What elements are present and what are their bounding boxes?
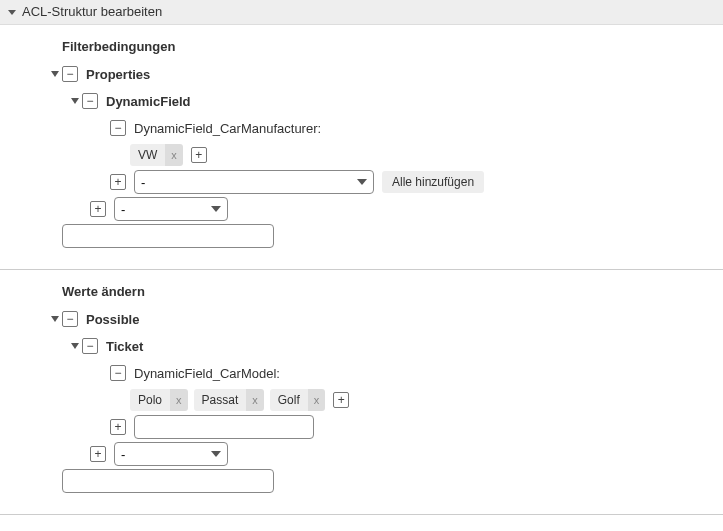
caret-down-icon xyxy=(70,343,80,349)
collapse-icon xyxy=(8,10,16,15)
group-select[interactable]: - xyxy=(114,197,228,221)
collapse-box-icon[interactable] xyxy=(62,311,78,327)
change-section-title: Werte ändern xyxy=(62,280,715,299)
tag-remove-button[interactable]: x xyxy=(308,389,326,411)
collapse-box-icon[interactable] xyxy=(62,66,78,82)
tag-remove-button[interactable]: x xyxy=(246,389,264,411)
node-label: Ticket xyxy=(106,339,143,354)
field-select[interactable]: - xyxy=(134,170,374,194)
collapse-box-icon[interactable] xyxy=(82,338,98,354)
tag: Golf x xyxy=(270,389,326,411)
tree-node-possible[interactable]: Possible xyxy=(8,307,715,331)
tag-remove-button[interactable]: x xyxy=(165,144,183,166)
add-all-button[interactable]: Alle hinzufügen xyxy=(382,171,484,193)
caret-down-icon xyxy=(70,98,80,104)
leaf-label: DynamicField_CarModel: xyxy=(134,366,280,381)
filter-section: Filterbedingungen Properties DynamicFiel… xyxy=(0,25,723,270)
svg-marker-3 xyxy=(71,343,79,349)
filter-text-row xyxy=(8,224,715,248)
filter-text-input[interactable] xyxy=(62,224,274,248)
add-tag-button[interactable] xyxy=(191,147,207,163)
add-box-icon[interactable] xyxy=(110,174,126,190)
group-select[interactable]: - xyxy=(114,442,228,466)
svg-marker-2 xyxy=(51,316,59,322)
tag-row-model: Polo x Passat x Golf x xyxy=(8,388,715,412)
add-value-row xyxy=(8,415,715,439)
change-section: Werte ändern Possible Ticket DynamicFiel… xyxy=(0,270,723,515)
add-box-icon[interactable] xyxy=(110,419,126,435)
tag-remove-button[interactable]: x xyxy=(170,389,188,411)
add-tag-button[interactable] xyxy=(333,392,349,408)
tree-node-ticket[interactable]: Ticket xyxy=(8,334,715,358)
panel-title: ACL-Struktur bearbeiten xyxy=(22,0,162,24)
panel-header[interactable]: ACL-Struktur bearbeiten xyxy=(0,0,723,25)
tag: Polo x xyxy=(130,389,188,411)
node-label: Possible xyxy=(86,312,139,327)
value-text-input[interactable] xyxy=(134,415,314,439)
node-label: DynamicField xyxy=(106,94,191,109)
tree-leaf-carmodel: DynamicField_CarModel: xyxy=(8,361,715,385)
collapse-box-icon[interactable] xyxy=(110,120,126,136)
collapse-box-icon[interactable] xyxy=(82,93,98,109)
change-text-row xyxy=(8,469,715,493)
caret-down-icon xyxy=(50,316,60,322)
change-text-input[interactable] xyxy=(62,469,274,493)
tag-text: Polo xyxy=(130,389,170,411)
tag: Passat x xyxy=(194,389,264,411)
add-group-row-change: - xyxy=(8,442,715,466)
leaf-label: DynamicField_CarManufacturer: xyxy=(134,121,321,136)
add-field-row: - Alle hinzufügen xyxy=(8,170,715,194)
add-box-icon[interactable] xyxy=(90,446,106,462)
filter-section-title: Filterbedingungen xyxy=(62,35,715,54)
tree-node-properties[interactable]: Properties xyxy=(8,62,715,86)
node-label: Properties xyxy=(86,67,150,82)
svg-marker-1 xyxy=(71,98,79,104)
tag-text: Passat xyxy=(194,389,247,411)
tag-text: VW xyxy=(130,144,165,166)
add-box-icon[interactable] xyxy=(90,201,106,217)
tree-leaf-carmanufacturer: DynamicField_CarManufacturer: xyxy=(8,116,715,140)
add-group-row: - xyxy=(8,197,715,221)
tree-node-dynamicfield[interactable]: DynamicField xyxy=(8,89,715,113)
tag-text: Golf xyxy=(270,389,308,411)
caret-down-icon xyxy=(50,71,60,77)
collapse-box-icon[interactable] xyxy=(110,365,126,381)
tag: VW x xyxy=(130,144,183,166)
svg-marker-0 xyxy=(51,71,59,77)
tag-row-manufacturer: VW x xyxy=(8,143,715,167)
